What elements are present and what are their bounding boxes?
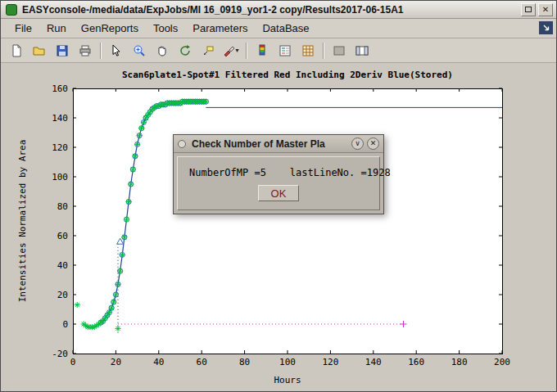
grid-table-icon (301, 44, 315, 57)
svg-text:60: 60 (57, 231, 68, 241)
save-floppy-icon (56, 44, 69, 57)
pan-button[interactable] (152, 41, 173, 61)
maximize-icon (525, 7, 532, 12)
data-cursor-button[interactable] (197, 41, 219, 61)
svg-text:180: 180 (451, 357, 468, 367)
svg-text:200: 200 (494, 357, 510, 367)
svg-text:20: 20 (111, 357, 121, 367)
menu-database[interactable]: DataBase (255, 20, 316, 37)
dialog-titlebar[interactable]: Check Number of Master Pla ∨ ✕ (174, 135, 383, 153)
app-window: EASYconsole-/media/data/ExpJobs/MI 16_09… (0, 0, 557, 392)
zoom-in-button[interactable] (129, 41, 150, 61)
dialog-message: NumberOfMP =5 lastLineNo. =1928 (178, 157, 379, 178)
svg-text:80: 80 (57, 201, 68, 212)
colorbar-icon (256, 44, 269, 57)
dock-figure-button[interactable] (539, 21, 553, 34)
rotate-3d-button[interactable] (174, 41, 196, 61)
show-plot-tools-button[interactable] (351, 41, 373, 61)
dialog-app-icon (178, 140, 186, 148)
svg-text:80: 80 (239, 357, 250, 367)
window-titlebar: EASYconsole-/media/data/ExpJobs/MI 16_09… (1, 1, 556, 19)
dock-arrow-icon (541, 23, 551, 33)
svg-text:0: 0 (70, 357, 76, 367)
dialog-title: Check Number of Master Pla (192, 138, 348, 150)
dropdown-arrow-icon: ▾ (235, 47, 238, 54)
svg-text:40: 40 (153, 357, 164, 367)
figure-area: 020406080100120140160180200-200204060801… (1, 63, 556, 391)
svg-text:40: 40 (57, 260, 68, 271)
dialog-check-number-of-master-plates: Check Number of Master Pla ∨ ✕ NumberOfM… (173, 134, 384, 214)
close-icon: ✕ (542, 5, 549, 14)
rotate-icon (179, 44, 192, 57)
menu-parameters[interactable]: Parameters (185, 20, 255, 37)
toolbar-separator (100, 43, 102, 59)
data-cursor-icon (202, 44, 215, 57)
toolbar-separator (323, 43, 324, 59)
open-folder-icon (33, 44, 46, 57)
plot-browser-button[interactable] (297, 41, 319, 61)
print-figure-button[interactable] (75, 41, 96, 61)
show-tools-icon (355, 44, 369, 57)
new-figure-button[interactable] (6, 41, 27, 61)
zoom-in-icon (133, 44, 146, 57)
menu-bar: File Run GenReports Tools Parameters Dat… (1, 19, 556, 38)
menu-genreports[interactable]: GenReports (74, 20, 146, 37)
insert-legend-button[interactable] (274, 41, 296, 61)
svg-text:160: 160 (408, 357, 424, 367)
brush-icon (223, 44, 234, 57)
close-button[interactable]: ✕ (538, 3, 553, 16)
svg-text:100: 100 (52, 172, 68, 182)
close-icon: ✕ (370, 140, 377, 147)
svg-text:Scan6plate1-Spot#1 Filtered Re: Scan6plate1-Spot#1 Filtered Red Includin… (122, 70, 453, 80)
ok-button[interactable]: OK (258, 185, 299, 201)
svg-text:120: 120 (52, 142, 68, 153)
svg-text:140: 140 (52, 113, 68, 124)
chevron-down-icon: ∨ (355, 140, 360, 147)
hand-pan-icon (156, 44, 169, 57)
menu-file[interactable]: File (7, 20, 39, 37)
window-title: EASYconsole-/media/data/ExpJobs/MI 16_09… (22, 4, 519, 16)
svg-text:160: 160 (52, 83, 68, 94)
chart: 020406080100120140160180200-200204060801… (1, 63, 556, 391)
svg-text:60: 60 (197, 357, 207, 367)
edit-plot-button[interactable] (106, 41, 127, 61)
figure-toolbar: ▾ (1, 38, 556, 63)
svg-text:0: 0 (62, 319, 68, 330)
svg-text:100: 100 (279, 357, 296, 367)
legend-icon (278, 44, 292, 57)
printer-icon (79, 44, 92, 57)
svg-text:-20: -20 (52, 349, 68, 359)
hide-tools-icon (333, 44, 346, 57)
menu-tools[interactable]: Tools (146, 20, 185, 37)
maximize-button[interactable] (521, 3, 536, 16)
svg-text:120: 120 (322, 357, 338, 367)
open-file-button[interactable] (29, 41, 50, 61)
toolbar-separator (246, 43, 247, 59)
hide-plot-tools-button[interactable] (328, 41, 350, 61)
svg-text:Hours: Hours (274, 375, 301, 385)
dialog-close-button[interactable]: ✕ (367, 137, 379, 150)
new-document-icon (10, 44, 23, 57)
insert-colorbar-button[interactable] (251, 41, 273, 61)
pointer-arrow-icon (110, 44, 123, 57)
svg-text:140: 140 (365, 357, 382, 367)
dialog-shade-button[interactable]: ∨ (351, 137, 364, 150)
menu-run[interactable]: Run (39, 20, 74, 37)
brush-data-button[interactable]: ▾ (220, 41, 242, 61)
app-icon (6, 4, 17, 16)
save-figure-button[interactable] (52, 41, 73, 61)
dialog-body: NumberOfMP =5 lastLineNo. =1928 OK (177, 156, 380, 210)
svg-text:20: 20 (57, 290, 68, 300)
svg-text:Intensities Normalized by Area: Intensities Normalized by Area (17, 140, 28, 303)
